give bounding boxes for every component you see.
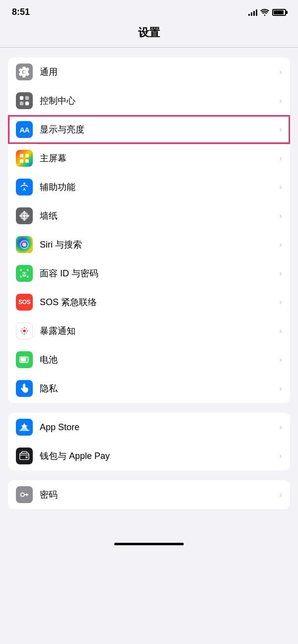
svg-point-24 [24,333,25,335]
settings-item-faceid[interactable]: 面容 ID 与密码 › [8,259,290,288]
faceid-label: 面容 ID 与密码 [40,267,279,279]
status-icons [248,9,286,16]
control-center-label: 控制中心 [40,95,279,107]
chevron-icon: › [279,182,282,192]
appstore-label: App Store [40,422,279,433]
wallet-label: 钱包与 Apple Pay [40,450,279,462]
settings-group-1: 通用 › 控制中心 › AA 显示与亮度 › [8,58,290,403]
chevron-icon: › [279,451,282,461]
status-bar: 8:51 [0,0,298,21]
chevron-icon: › [279,384,282,393]
sos-label: SOS 紧急联络 [40,296,279,308]
password-label: 密码 [40,489,279,501]
settings-item-appstore[interactable]: App Store › [8,413,290,442]
svg-point-26 [26,328,27,329]
settings-group-3: 密码 › [8,480,290,509]
svg-rect-0 [20,96,23,100]
hand-icon [16,380,33,397]
page-title: 设置 [138,26,160,39]
svg-rect-32 [26,456,28,458]
divider [0,47,298,48]
svg-point-21 [20,330,22,332]
status-time: 8:51 [12,7,30,17]
chevron-icon: › [279,490,282,500]
svg-point-28 [26,332,27,334]
settings-item-privacy[interactable]: 隐私 › [8,374,290,403]
settings-item-wallet[interactable]: 钱包与 Apple Pay › [8,442,290,470]
settings-item-general[interactable]: 通用 › [8,58,290,86]
exposure-icon [16,322,33,339]
svg-point-9 [23,214,26,217]
settings-item-siri[interactable]: Siri 与搜索 › [8,230,290,259]
aa-icon: AA [16,121,33,138]
display-label: 显示与亮度 [40,124,279,135]
svg-rect-1 [25,96,29,100]
svg-rect-2 [20,102,23,105]
svg-rect-3 [25,102,29,105]
settings-item-display[interactable]: AA 显示与亮度 › [8,115,290,144]
svg-point-20 [23,329,26,332]
grid-icon [16,150,33,167]
battery-label: 电池 [40,354,279,366]
svg-point-22 [27,330,28,332]
general-label: 通用 [40,66,279,78]
svg-point-25 [21,328,23,329]
chevron-icon: › [279,153,282,163]
wallpaper-label: 墙纸 [40,210,279,222]
key-icon [16,486,33,503]
settings-item-accessibility[interactable]: 辅助功能 › [8,173,290,201]
svg-rect-30 [21,358,26,361]
settings-item-control-center[interactable]: 控制中心 › [8,86,290,115]
svg-rect-7 [25,159,29,163]
exposure-label: 暴露通知 [40,325,279,337]
page-title-bar: 设置 [0,21,298,47]
settings-item-battery[interactable]: 电池 › [8,345,290,374]
home-screen-label: 主屏幕 [40,152,279,164]
home-indicator [114,543,184,545]
svg-rect-31 [20,453,29,460]
flower-icon [16,207,33,224]
chevron-icon: › [279,211,282,221]
settings-item-wallpaper[interactable]: 墙纸 › [8,201,290,230]
signal-icon [248,9,257,16]
appstore-icon [16,419,33,436]
chevron-icon: › [279,240,282,250]
settings-item-password[interactable]: 密码 › [8,480,290,509]
settings-item-exposure[interactable]: 暴露通知 › [8,317,290,345]
chevron-icon: › [279,96,282,106]
chevron-icon: › [279,268,282,278]
siri-label: Siri 与搜索 [40,239,279,251]
wifi-icon [260,9,269,16]
svg-point-23 [24,327,25,328]
sos-icon: SOS [16,294,33,311]
chevron-icon: › [279,326,282,336]
accessibility-icon [16,179,33,195]
faceid-icon [16,265,33,282]
watermark-area [0,509,298,539]
settings-item-home-screen[interactable]: 主屏幕 › [8,144,290,173]
home-indicator-bar [0,539,298,551]
svg-point-19 [22,243,26,247]
chevron-icon: › [279,125,282,134]
svg-rect-6 [20,159,23,163]
svg-point-27 [21,332,23,334]
accessibility-label: 辅助功能 [40,181,279,193]
chevron-icon: › [279,422,282,432]
privacy-label: 隐私 [40,383,279,394]
svg-rect-4 [20,154,23,157]
battery-settings-icon [16,351,33,368]
chevron-icon: › [279,297,282,307]
chevron-icon: › [279,355,282,365]
settings-item-sos[interactable]: SOS SOS 紧急联络 › [8,288,290,317]
svg-point-33 [21,493,24,496]
chevron-icon: › [279,67,282,77]
svg-point-8 [23,183,25,185]
gear-icon [16,64,33,80]
siri-icon [16,236,33,253]
toggle-icon [16,92,33,109]
battery-icon [272,9,286,16]
wallet-icon [16,448,33,464]
svg-rect-5 [25,154,29,157]
settings-group-2: App Store › 钱包与 Apple Pay › [8,413,290,470]
